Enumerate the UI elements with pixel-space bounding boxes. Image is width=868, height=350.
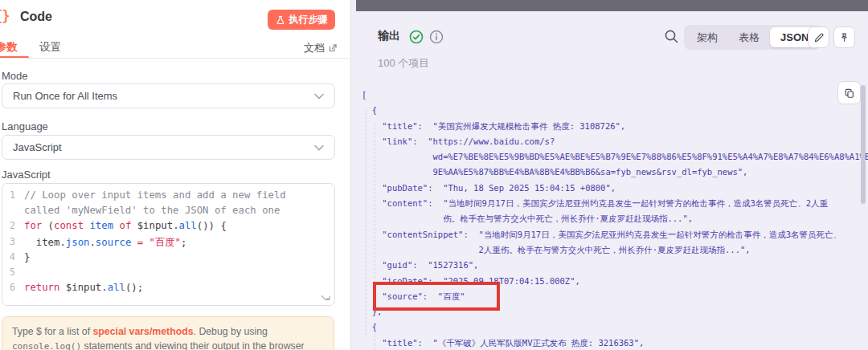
pencil-icon	[813, 32, 825, 43]
language-select[interactable]: JavaScript	[2, 135, 335, 160]
mode-value: Run Once for All Items	[13, 90, 117, 102]
view-tab-table[interactable]: 表格	[728, 27, 770, 47]
code-node-icon: {}	[0, 8, 9, 24]
code-line: called 'myNewField' to the JSON of each …	[2, 205, 334, 220]
editor-resize-grip-icon[interactable]	[321, 292, 331, 303]
code-node-panel: {} Code 执行步骤 参数 设置 文档 Mode Run Once for …	[0, 0, 351, 350]
line-number: 1	[2, 189, 24, 205]
hint-code-snippet: console.log()	[12, 341, 81, 350]
json-line: "title": "美国宾州爆发大规模枪击事件 热度: 3108726",	[362, 119, 868, 134]
line-number: 5	[2, 267, 24, 282]
code-line: 1// Loop over input items and add a new …	[2, 189, 334, 205]
view-mode-switcher: 架构 表格 JSON	[684, 25, 821, 50]
mode-label: Mode	[2, 70, 28, 82]
scrollbar-thumb[interactable]	[861, 85, 866, 204]
tab-parameters[interactable]: 参数	[0, 40, 18, 55]
code-line: 2for (const item of $input.all()) {	[2, 220, 334, 235]
docs-link[interactable]: 文档	[304, 41, 338, 55]
special-vars-link[interactable]: special vars/methods	[92, 326, 193, 337]
external-link-icon	[328, 43, 338, 53]
code-line: 3 item.json.source = "百度";	[2, 236, 334, 251]
code-editor-label: JavaScript	[2, 169, 51, 181]
editor-hint-box: Type $ for a list of special vars/method…	[2, 316, 334, 350]
line-number: 3	[2, 236, 24, 251]
source-field-highlight-box	[373, 282, 500, 311]
execute-step-button[interactable]: 执行步骤	[268, 10, 335, 30]
json-line: "pubDate": "Thu, 18 Sep 2025 15:04:15 +0…	[362, 181, 868, 196]
chevron-down-icon	[314, 144, 324, 151]
json-line: 伤。枪手在与警方交火中死亡，州长乔什·夏皮罗赶赴现场指...",	[362, 211, 868, 226]
chevron-down-icon	[314, 93, 324, 100]
node-title: Code	[20, 10, 52, 24]
canvas-backdrop-strip	[356, 0, 868, 11]
line-number: 4	[2, 251, 24, 267]
language-label: Language	[2, 120, 48, 132]
ndv-screen: {} Code 执行步骤 参数 设置 文档 Mode Run Once for …	[0, 0, 868, 350]
line-number: 6	[2, 282, 24, 297]
tab-settings[interactable]: 设置	[39, 40, 61, 55]
json-line: {	[362, 103, 868, 118]
output-panel: 输出 架构 表格 JSON 100 个项目 [ { "title": "美国宾州…	[351, 0, 868, 350]
code-line: 6return $input.all();	[2, 282, 334, 297]
json-line: "link": "https://www.baidu.com/s?	[362, 134, 868, 149]
tabs-divider	[0, 58, 350, 59]
language-value: JavaScript	[13, 141, 62, 153]
code-line: 5	[2, 267, 334, 282]
line-number: 2	[2, 220, 24, 235]
json-line: [	[362, 88, 868, 103]
json-line: "content": "当地时间9月17日，美国宾夕法尼亚州约克县发生一起针对警…	[362, 196, 868, 211]
code-lines: 1// Loop over input items and add a new …	[2, 189, 334, 297]
json-line: 9E%AA%E5%87%BB%E4%BA%8B%E4%BB%B6&sa=fyb_…	[362, 165, 868, 180]
code-editor[interactable]: 1// Loop over input items and add a new …	[2, 183, 335, 306]
flask-icon	[276, 15, 285, 25]
items-count: 100 个项目	[378, 56, 429, 71]
hint-text: . Debug by using	[194, 326, 268, 337]
search-icon[interactable]	[664, 29, 679, 44]
code-line: 4}	[2, 251, 334, 267]
pin-icon	[839, 32, 850, 43]
edit-output-button[interactable]	[808, 26, 829, 48]
view-tab-schema[interactable]: 架构	[686, 27, 728, 47]
json-line: 2人重伤。枪手在与警方交火中死亡，州长乔什·夏皮罗赶赴现场指...",	[362, 242, 868, 258]
line-number	[2, 205, 24, 220]
copy-icon	[844, 88, 855, 99]
json-line: "contentSnippet": "当地时间9月17日，美国宾夕法尼亚州约克县…	[362, 227, 868, 242]
json-line: "guid": "1527316",	[362, 258, 868, 273]
pin-data-button[interactable]	[833, 26, 855, 48]
copy-output-button[interactable]	[837, 81, 861, 104]
json-line: {	[362, 319, 868, 335]
info-icon[interactable]	[429, 30, 444, 44]
output-panel-title: 输出	[378, 29, 400, 43]
json-line: "title": "《千军破》人民军队版MV正式发布 热度: 3216363",	[362, 336, 868, 350]
mode-select[interactable]: Run Once for All Items	[2, 83, 335, 108]
success-check-icon	[409, 30, 424, 44]
hint-text: Type $ for a list of	[12, 326, 92, 337]
docs-link-label: 文档	[304, 41, 325, 55]
json-line: wd=%E7%BE%8E%E5%9B%BD%E5%AE%BE%E5%B7%9E%…	[362, 149, 868, 165]
execute-step-label: 执行步骤	[289, 13, 328, 26]
